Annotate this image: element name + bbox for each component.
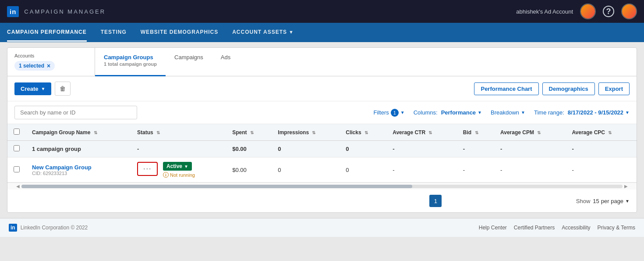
time-range-value: 8/17/2022 - 9/15/2022 [568, 109, 623, 116]
show-label: Show [576, 198, 591, 204]
create-button[interactable]: Create ▼ [14, 82, 51, 95]
footer-accessibility[interactable]: Accessibility [562, 225, 590, 231]
table-container: Campaign Group Name ⇅ Status ⇅ Spent ⇅ I… [7, 124, 637, 182]
row-clicks: 0 [340, 157, 386, 182]
per-page-select[interactable]: 15 per page ▼ [593, 198, 630, 204]
row-checkbox[interactable] [14, 166, 20, 172]
delete-button[interactable]: 🗑 [55, 82, 71, 96]
filters-dropdown-icon: ▼ [400, 110, 405, 115]
filters-count: 1 [391, 109, 399, 117]
scroll-right-icon[interactable]: ▶ [623, 184, 630, 189]
export-button[interactable]: Export [598, 82, 630, 95]
total-row-name: 1 campaign group [26, 141, 131, 157]
nav-website-demographics[interactable]: WEBSITE DEMOGRAPHICS [141, 24, 218, 40]
delete-icon: 🗑 [60, 85, 66, 92]
filter-options: Filters 1 ▼ Columns: Performance ▼ Break… [373, 109, 630, 117]
th-status-label: Status [137, 129, 153, 136]
th-campaign-group-name[interactable]: Campaign Group Name ⇅ [26, 124, 131, 141]
total-row-checkbox[interactable] [14, 145, 20, 151]
sort-icon-bid: ⇅ [475, 130, 478, 135]
time-range-dropdown[interactable]: Time range: 8/17/2022 - 9/15/2022 ▼ [534, 109, 630, 116]
tab-campaigns[interactable]: Campaigns [166, 48, 212, 76]
campaign-group-link[interactable]: New Campaign Group [32, 164, 92, 171]
th-clicks[interactable]: Clicks ⇅ [340, 124, 386, 141]
horizontal-scrollbar[interactable]: ◀ ▶ [7, 182, 637, 189]
performance-chart-button[interactable]: Performance Chart [474, 82, 538, 95]
total-row-avg-cpm: - [494, 141, 566, 157]
footer: in LinkedIn Corporation © 2022 Help Cent… [0, 218, 644, 237]
sort-icon-impressions: ⇅ [312, 130, 315, 135]
total-row-spent: $0.00 [226, 141, 272, 157]
th-avg-ctr-label: Average CTR [393, 129, 425, 136]
sort-icon-name: ⇅ [94, 130, 97, 135]
not-running-status: i Not running [163, 172, 195, 178]
total-row-avg-cpc: - [566, 141, 637, 157]
nav-testing[interactable]: TESTING [101, 24, 127, 40]
scroll-handle[interactable] [21, 185, 412, 188]
remove-account-icon[interactable]: × [47, 62, 50, 69]
accounts-selector: Accounts 1 selected × [7, 48, 95, 76]
footer-help-center[interactable]: Help Center [479, 225, 507, 231]
scroll-left-icon[interactable]: ◀ [14, 184, 21, 189]
th-bid[interactable]: Bid ⇅ [457, 124, 494, 141]
sort-icon-avg-cpc: ⇅ [608, 130, 612, 135]
search-input[interactable] [14, 106, 137, 119]
nav-campaign-performance[interactable]: CAMPAIGN PERFORMANCE [7, 24, 87, 42]
row-spent: $0.00 [226, 157, 272, 182]
th-avg-cpm[interactable]: Average CPM ⇅ [494, 124, 566, 141]
tab-section: Accounts 1 selected × Campaign Groups 1 … [7, 48, 637, 76]
filters-dropdown[interactable]: Filters 1 ▼ [373, 109, 404, 117]
total-row-clicks: 0 [340, 141, 386, 157]
page-1-button[interactable]: 1 [429, 195, 442, 207]
columns-value: Performance [441, 109, 476, 116]
row-avg-cpc: - [566, 157, 637, 182]
actions-button[interactable]: ··· [137, 162, 158, 176]
demographics-button[interactable]: Demographics [542, 82, 595, 95]
breakdown-dropdown[interactable]: Breakdown ▼ [491, 109, 525, 116]
select-all-checkbox[interactable] [14, 129, 20, 135]
sort-icon-spent: ⇅ [250, 130, 254, 135]
scroll-track[interactable] [21, 185, 623, 188]
show-per-page: Show 15 per page ▼ [576, 198, 630, 204]
footer-links: Help Center Certified Partners Accessibi… [479, 225, 635, 231]
row-avg-cpm: - [494, 157, 566, 182]
tab-campaign-groups-subtitle: 1 total campaign group [104, 61, 157, 67]
toolbar-right: Performance Chart Demographics Export [474, 82, 630, 95]
avatar-image [581, 4, 595, 18]
sort-icon-status: ⇅ [156, 130, 160, 135]
th-avg-ctr[interactable]: Average CTR ⇅ [386, 124, 457, 141]
th-avg-cpc[interactable]: Average CPC ⇅ [566, 124, 637, 141]
row-status-cell: ··· Active ▼ i Not running [131, 157, 226, 182]
status-active-label: Active [166, 163, 182, 169]
accounts-selected-badge[interactable]: 1 selected × [14, 61, 55, 71]
tab-ads[interactable]: Ads [212, 48, 239, 76]
status-active-badge[interactable]: Active ▼ [163, 162, 192, 171]
top-bar: in CAMPAIGN MANAGER abhishek's Ad Accoun… [0, 0, 644, 23]
row-impressions: 0 [272, 157, 340, 182]
footer-privacy-terms[interactable]: Privacy & Terms [598, 225, 635, 231]
total-row-bid: - [457, 141, 494, 157]
info-icon: i [163, 172, 169, 178]
total-row-avg-ctr: - [386, 141, 457, 157]
footer-certified-partners[interactable]: Certified Partners [514, 225, 555, 231]
user-avatar[interactable] [621, 4, 637, 19]
toolbar: Create ▼ 🗑 Performance Chart Demographic… [7, 76, 637, 101]
create-dropdown-icon: ▼ [41, 86, 45, 91]
toolbar-left: Create ▼ 🗑 [14, 82, 71, 96]
footer-linkedin-logo: in [9, 224, 17, 232]
row-name-cell: New Campaign Group CID: 629233213 [26, 157, 131, 182]
nav-account-assets[interactable]: ACCOUNT ASSETS ▼ [232, 24, 294, 40]
total-row-impressions: 0 [272, 141, 340, 157]
th-impressions[interactable]: Impressions ⇅ [272, 124, 340, 141]
th-status[interactable]: Status ⇅ [131, 124, 226, 141]
table-row: New Campaign Group CID: 629233213 ··· Ac… [7, 157, 637, 182]
tab-campaign-groups-label: Campaign Groups [104, 54, 157, 61]
tab-campaign-groups[interactable]: Campaign Groups 1 total campaign group [95, 48, 166, 76]
help-icon[interactable]: ? [603, 6, 614, 17]
th-spent[interactable]: Spent ⇅ [226, 124, 272, 141]
not-running-label: Not running [170, 172, 195, 178]
account-avatar[interactable] [580, 4, 596, 19]
columns-dropdown[interactable]: Columns: Performance ▼ [414, 109, 482, 116]
tab-campaigns-label: Campaigns [174, 54, 203, 61]
footer-brand: in LinkedIn Corporation © 2022 [9, 224, 88, 232]
